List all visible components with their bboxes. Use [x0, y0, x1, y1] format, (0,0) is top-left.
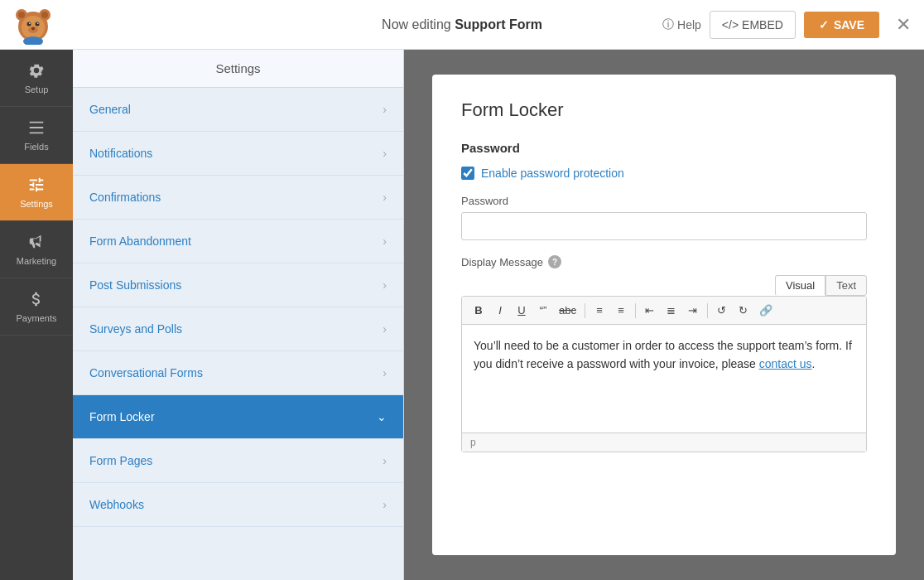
icon-sidebar: Setup Fields Settings Marketing Payments: [0, 50, 73, 580]
toolbar-separator: [585, 303, 585, 318]
password-input[interactable]: [461, 212, 867, 240]
panel-title: Form Locker: [461, 99, 867, 121]
help-button[interactable]: ⓘ Help: [662, 17, 701, 32]
toolbar-ul[interactable]: ≡: [590, 302, 609, 319]
gear-icon: [27, 61, 46, 80]
tab-visual[interactable]: Visual: [775, 275, 825, 296]
password-section-label: Password: [461, 141, 867, 155]
svg-point-11: [37, 22, 39, 24]
chevron-right-icon: ›: [383, 366, 387, 379]
editor-wrapper: B I U “” abc ≡ ≡ ⇤ ≣ ⇥ ↺ ↻ 🔗: [461, 296, 867, 452]
menu-item-surveys-polls[interactable]: Surveys and Polls ›: [73, 307, 403, 351]
chevron-right-icon: ›: [383, 103, 387, 116]
svg-point-9: [31, 27, 35, 30]
toolbar-bold[interactable]: B: [469, 302, 488, 319]
toolbar-align-right[interactable]: ⇥: [683, 302, 703, 319]
toolbar-underline[interactable]: U: [512, 302, 532, 319]
toolbar-undo[interactable]: ↺: [712, 302, 732, 319]
toolbar-redo[interactable]: ↻: [734, 302, 753, 319]
chevron-right-icon: ›: [383, 278, 387, 292]
svg-point-10: [29, 22, 31, 24]
toolbar-separator-3: [707, 303, 708, 318]
editor-tabs: Visual Text: [461, 275, 867, 296]
tab-text[interactable]: Text: [825, 275, 867, 296]
editor-text-after: .: [812, 357, 816, 370]
menu-item-form-locker[interactable]: Form Locker ⌄: [73, 395, 403, 439]
svg-point-4: [41, 12, 48, 18]
menu-item-notifications[interactable]: Notifications ›: [73, 132, 403, 176]
editor-body[interactable]: You’ll need to be a customer in order to…: [462, 325, 866, 433]
svg-point-6: [27, 22, 31, 26]
sidebar-label-setup: Setup: [25, 85, 49, 94]
help-tooltip-icon[interactable]: ?: [548, 255, 561, 268]
svg-point-3: [18, 12, 25, 18]
code-icon: </>: [722, 18, 739, 31]
sidebar-item-marketing[interactable]: Marketing: [0, 221, 73, 278]
menu-item-webhooks[interactable]: Webhooks ›: [73, 483, 403, 527]
enable-password-label[interactable]: Enable password protection: [481, 167, 624, 180]
toolbar-blockquote[interactable]: “”: [533, 302, 553, 319]
editor-link[interactable]: contact us: [759, 357, 812, 370]
menu-item-form-abandonment[interactable]: Form Abandonment ›: [73, 220, 403, 263]
sliders-icon: [27, 176, 46, 194]
menu-item-confirmations[interactable]: Confirmations ›: [73, 176, 403, 220]
enable-password-checkbox[interactable]: [461, 167, 474, 180]
main-layout: Setup Fields Settings Marketing Payments…: [0, 50, 924, 580]
enable-password-row: Enable password protection: [461, 167, 867, 180]
fields-icon: [27, 118, 46, 137]
embed-button[interactable]: </> EMBED: [710, 11, 796, 39]
menu-item-post-submissions[interactable]: Post Submissions ›: [73, 263, 403, 307]
sidebar-label-settings: Settings: [20, 199, 53, 209]
sidebar-item-fields[interactable]: Fields: [0, 107, 73, 164]
sidebar-item-payments[interactable]: Payments: [0, 278, 73, 336]
toolbar-italic[interactable]: I: [490, 302, 510, 319]
app-logo: [13, 5, 53, 45]
top-bar-actions: ⓘ Help </> EMBED ✓ SAVE ✕: [662, 11, 911, 39]
menu-item-conversational-forms[interactable]: Conversational Forms ›: [73, 351, 403, 395]
editor-footer: p: [462, 433, 866, 452]
check-icon: ✓: [819, 18, 829, 31]
editor-toolbar: B I U “” abc ≡ ≡ ⇤ ≣ ⇥ ↺ ↻ 🔗: [462, 297, 866, 325]
settings-sidebar: Settings General › Notifications › Confi…: [73, 50, 404, 580]
sidebar-label-fields: Fields: [24, 142, 48, 152]
dollar-icon: [27, 290, 46, 308]
sidebar-item-settings[interactable]: Settings: [0, 164, 73, 221]
chevron-down-icon: ⌄: [377, 410, 387, 423]
sidebar-label-marketing: Marketing: [17, 256, 56, 266]
form-locker-panel: Form Locker Password Enable password pro…: [432, 75, 896, 555]
chevron-right-icon: ›: [383, 234, 387, 248]
chevron-right-icon: ›: [383, 147, 387, 160]
toolbar-separator-2: [635, 303, 636, 318]
menu-item-general[interactable]: General ›: [73, 88, 403, 132]
toolbar-align-left[interactable]: ⇤: [640, 302, 660, 319]
display-message-label: Display Message: [461, 256, 543, 268]
close-button[interactable]: ✕: [896, 14, 911, 36]
toolbar-link[interactable]: 🔗: [755, 302, 777, 319]
content-area: Form Locker Password Enable password pro…: [404, 50, 924, 580]
toolbar-ol[interactable]: ≡: [611, 302, 631, 319]
settings-header: Settings: [73, 50, 403, 88]
toolbar-strikethrough[interactable]: abc: [555, 302, 580, 319]
chevron-right-icon: ›: [383, 498, 387, 511]
toolbar-align-center[interactable]: ≣: [662, 302, 681, 319]
megaphone-icon: [27, 233, 46, 251]
top-bar: Now editing Support Form ⓘ Help </> EMBE…: [0, 0, 924, 50]
display-message-row: Display Message ?: [461, 255, 867, 268]
menu-item-form-pages[interactable]: Form Pages ›: [73, 439, 403, 483]
password-field-label: Password: [461, 195, 867, 207]
help-icon: ⓘ: [662, 17, 674, 32]
editing-title: Now editing Support Form: [382, 17, 542, 32]
sidebar-label-payments: Payments: [17, 313, 57, 323]
save-button[interactable]: ✓ SAVE: [804, 12, 879, 38]
chevron-right-icon: ›: [383, 191, 387, 204]
chevron-right-icon: ›: [383, 454, 387, 467]
chevron-right-icon: ›: [383, 322, 387, 336]
sidebar-item-setup[interactable]: Setup: [0, 50, 73, 107]
svg-point-7: [36, 22, 40, 26]
